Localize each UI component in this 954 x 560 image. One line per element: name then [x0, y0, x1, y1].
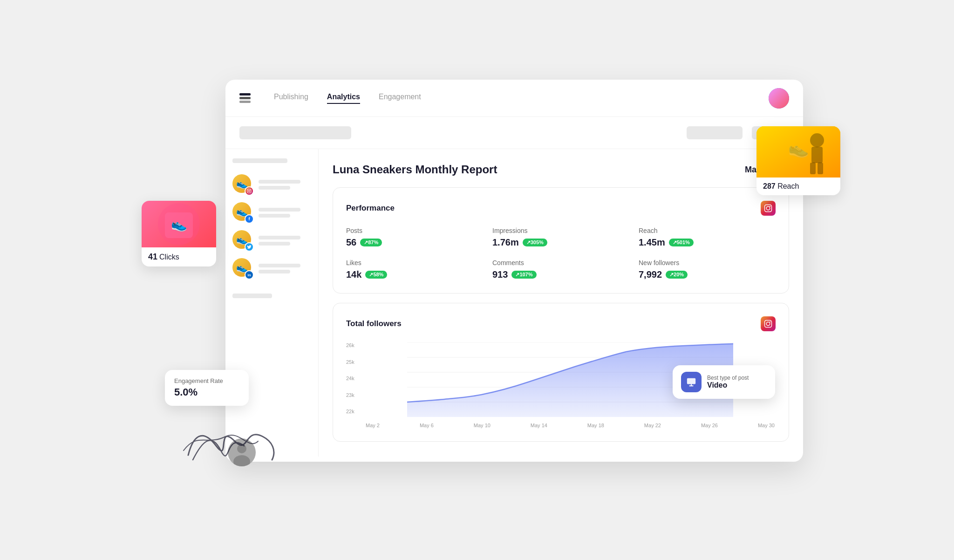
clicks-image: 👟: [142, 201, 216, 247]
svg-point-4: [766, 206, 770, 210]
tab-publishing[interactable]: Publishing: [274, 93, 308, 104]
sidebar-item-facebook[interactable]: 👟 f: [232, 202, 311, 223]
metric-posts-badge: ↗87%: [360, 239, 382, 246]
metric-reach-label: Reach: [639, 227, 776, 234]
metric-likes-label: Likes: [346, 259, 483, 266]
clicks-decorative-image: 👟: [151, 203, 207, 245]
metric-comments-badge: ↗107%: [511, 271, 536, 279]
chart-x-axis: May 2 May 6 May 10 May 14 May 18 May 22 …: [365, 423, 776, 428]
chart-title: Total followers: [346, 319, 402, 328]
x-label-may6: May 6: [420, 423, 434, 428]
sidebar-skeleton-bottom: [232, 294, 272, 298]
metric-new-followers-label: New followers: [639, 259, 776, 266]
clicks-text: Clicks: [159, 253, 179, 261]
svg-rect-22: [810, 163, 816, 174]
nav-tabs: Publishing Analytics Engagement: [274, 93, 769, 104]
clicks-number: 41: [148, 252, 157, 262]
metric-likes-value: 14k: [346, 269, 361, 280]
sidebar-skeleton-top: [232, 158, 287, 163]
floating-reach-card: 👟 287 Reach: [756, 126, 840, 195]
y-label-23k: 23k: [346, 392, 360, 398]
x-label-may14: May 14: [531, 423, 547, 428]
sidebar-linkedin-lines: [259, 264, 311, 273]
facebook-badge: f: [245, 214, 254, 224]
user-avatar[interactable]: [769, 88, 789, 109]
reach-decorative: 👟: [756, 126, 840, 178]
metric-reach-value: 1.45m: [639, 237, 665, 248]
sidebar-item-linkedin[interactable]: 👟 in: [232, 258, 311, 279]
chart-y-axis: 26k 25k 24k 23k 22k: [346, 342, 360, 428]
tab-engagement[interactable]: Engagement: [379, 93, 421, 104]
engagement-value: 5.0%: [174, 386, 239, 398]
metric-impressions: Impressions 1.76m ↗305%: [492, 227, 629, 248]
reach-image: 👟: [756, 126, 840, 178]
sidebar-twitter-lines: [259, 236, 311, 246]
metric-impressions-label: Impressions: [492, 227, 629, 234]
metric-reach: Reach 1.45m ↗501%: [639, 227, 776, 248]
svg-point-5: [770, 206, 770, 207]
sidebar: 👟 👟: [225, 149, 319, 457]
svg-point-2: [250, 190, 251, 190]
y-label-24k: 24k: [346, 376, 360, 381]
x-label-may10: May 10: [474, 423, 491, 428]
metric-posts: Posts 56 ↗87%: [346, 227, 483, 248]
nav-bar: Publishing Analytics Engagement: [225, 80, 803, 117]
sidebar-facebook-lines: [259, 208, 311, 218]
y-label-26k: 26k: [346, 342, 360, 348]
best-post-icon: [681, 372, 702, 392]
y-label-25k: 25k: [346, 359, 360, 365]
linkedin-badge: in: [245, 270, 254, 280]
svg-point-8: [770, 321, 770, 322]
report-title: Luna Sneakers Monthly Report: [333, 163, 497, 176]
svg-rect-23: [818, 163, 823, 174]
metric-comments-value: 913: [492, 269, 508, 280]
best-post-label: Best type of post: [707, 375, 749, 381]
best-post-text: Best type of post Video: [707, 375, 749, 389]
sidebar-item-twitter[interactable]: 👟: [232, 230, 311, 251]
sidebar-item-instagram[interactable]: 👟: [232, 174, 311, 195]
x-label-may26: May 26: [701, 423, 718, 428]
clicks-label-area: 41 Clicks: [142, 247, 216, 266]
chart-card-header: Total followers: [346, 316, 776, 331]
svg-text:👟: 👟: [788, 138, 809, 158]
best-post-value: Video: [707, 381, 749, 389]
performance-instagram-icon: [761, 201, 776, 216]
app-logo[interactable]: [239, 93, 251, 103]
metric-posts-value: 56: [346, 237, 356, 248]
svg-rect-21: [811, 147, 823, 163]
metrics-grid: Posts 56 ↗87% Impressions 1.76m ↗305%: [346, 227, 776, 280]
content-area: Luna Sneakers Monthly Report May · 1– 31…: [319, 149, 803, 457]
metric-comments-label: Comments: [492, 259, 629, 266]
twitter-badge: [245, 242, 254, 252]
svg-rect-0: [247, 189, 251, 193]
app-card: Publishing Analytics Engagement: [225, 80, 803, 462]
metric-comments: Comments 913 ↗107%: [492, 259, 629, 280]
floating-best-post-card: Best type of post Video: [673, 365, 775, 399]
performance-card-header: Performance: [346, 201, 776, 216]
skeleton-bar-2: [687, 126, 743, 139]
reach-label-area: 287 Reach: [756, 178, 840, 195]
x-label-may18: May 18: [587, 423, 604, 428]
metric-impressions-badge: ↗305%: [523, 239, 547, 246]
x-label-may22: May 22: [644, 423, 661, 428]
chart-instagram-icon: [761, 316, 776, 331]
metric-likes-badge: ↗58%: [365, 271, 387, 279]
svg-text:👟: 👟: [171, 217, 187, 232]
svg-rect-6: [765, 321, 772, 328]
sidebar-instagram-lines: [259, 180, 311, 190]
metric-new-followers-value: 7,992: [639, 269, 662, 280]
engagement-label: Engagement Rate: [174, 377, 239, 384]
metric-new-followers: New followers 7,992 ↗20%: [639, 259, 776, 280]
scribble-svg: [179, 418, 281, 474]
svg-point-20: [810, 133, 824, 147]
reach-display: 287 Reach: [763, 182, 799, 190]
tab-analytics[interactable]: Analytics: [327, 93, 360, 104]
svg-rect-24: [687, 378, 695, 384]
x-label-may30: May 30: [758, 423, 775, 428]
x-label-may2: May 2: [366, 423, 380, 428]
instagram-badge: [245, 186, 254, 196]
svg-point-7: [766, 322, 770, 326]
metric-impressions-value: 1.76m: [492, 237, 519, 248]
metric-posts-label: Posts: [346, 227, 483, 234]
sub-nav: [225, 117, 803, 149]
